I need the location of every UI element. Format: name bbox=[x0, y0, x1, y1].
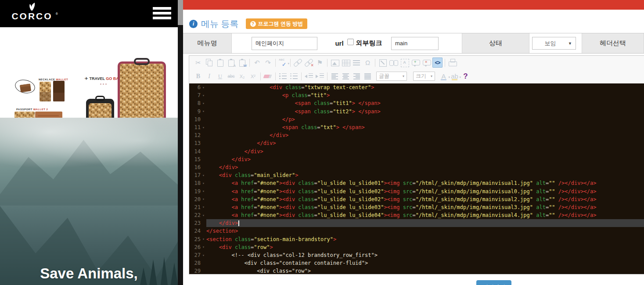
line-number: 26 bbox=[189, 244, 201, 250]
maximize-button[interactable] bbox=[378, 58, 388, 68]
fold-arrow-icon[interactable]: ▾ bbox=[201, 205, 206, 209]
find-button[interactable] bbox=[389, 58, 399, 68]
brown-wallet-image bbox=[53, 81, 65, 101]
menu-name-input[interactable] bbox=[252, 37, 317, 50]
outdent-button[interactable] bbox=[304, 71, 314, 81]
fold-arrow-icon[interactable]: ▾ bbox=[201, 237, 206, 241]
bold-button[interactable]: B bbox=[193, 71, 203, 81]
fold-arrow-icon[interactable]: ▾ bbox=[201, 213, 206, 217]
fold-arrow-icon[interactable]: ▾ bbox=[201, 94, 206, 97]
align-justify-button[interactable] bbox=[363, 71, 373, 81]
status-select[interactable]: 보임 ▼ bbox=[532, 37, 576, 50]
line-number: 27 bbox=[189, 252, 201, 258]
link-button[interactable] bbox=[293, 58, 303, 68]
align-center-button[interactable] bbox=[341, 71, 351, 81]
italic-button[interactable]: I bbox=[204, 71, 214, 81]
copy-button[interactable] bbox=[204, 58, 214, 68]
print-button[interactable] bbox=[447, 58, 457, 68]
comment-remove-button[interactable]: × bbox=[421, 58, 432, 68]
select-all-button[interactable]: A bbox=[399, 58, 410, 68]
size-dropdown-button[interactable]: 크기▾ bbox=[413, 72, 435, 81]
source-button[interactable]: <> bbox=[432, 58, 443, 68]
code-line: 19▾<a href="#none"><div class="lu_slide … bbox=[189, 187, 644, 195]
brand-name: CORCO bbox=[11, 11, 52, 21]
preview-scrollbar[interactable] bbox=[178, 0, 183, 285]
scrollbar-thumb[interactable] bbox=[178, 0, 183, 25]
fold-arrow-icon[interactable]: ▾ bbox=[201, 189, 206, 193]
code-line: 18▾<a href="#none"><div class="lu_slide … bbox=[189, 179, 644, 187]
code-line: 28<div class="container container-fluid"… bbox=[189, 259, 644, 267]
toolbar-separator bbox=[275, 72, 276, 80]
paste-text-button[interactable]: A bbox=[226, 58, 236, 68]
special-char-button[interactable]: Ω bbox=[363, 58, 373, 68]
text-cursor bbox=[238, 220, 239, 226]
spellcheck-button[interactable]: ABC▾ bbox=[278, 58, 288, 68]
save-button[interactable]: 저장하기 bbox=[476, 280, 511, 285]
remove-format-button[interactable] bbox=[263, 71, 273, 81]
strikethrough-button[interactable]: abc bbox=[226, 71, 236, 81]
line-number: 23 bbox=[189, 220, 201, 226]
toolbar-row-2: BIUabcX₂X²글꼴▾크기▾A▾ab▾? bbox=[189, 69, 644, 83]
anchor-button[interactable]: ⚑ bbox=[315, 58, 325, 68]
mist-overlay bbox=[0, 118, 178, 175]
travel-sub-decoration bbox=[100, 83, 107, 85]
program-link-help-button[interactable]: ? 프로그램 연동 방법 bbox=[246, 18, 308, 29]
url-input[interactable] bbox=[391, 37, 439, 50]
hero-section: Save Animals, Save Humanity 여러분이 지금까지 살린… bbox=[0, 118, 178, 285]
line-number: 28 bbox=[189, 260, 201, 266]
undo-button[interactable]: ↶ bbox=[252, 58, 262, 68]
unordered-list-button[interactable] bbox=[289, 71, 299, 81]
fold-arrow-icon[interactable]: ▾ bbox=[201, 197, 206, 201]
code-line: 23</div> bbox=[189, 219, 644, 227]
fold-arrow-icon[interactable]: ▾ bbox=[201, 253, 206, 257]
page-title: 메뉴 등록 bbox=[201, 18, 239, 30]
line-number: 7 bbox=[189, 92, 201, 98]
code-line: 22▾<a href="#none"><div class="lu_slide … bbox=[189, 211, 644, 219]
fold-arrow-icon[interactable]: ▾ bbox=[201, 181, 206, 185]
code-line: 27▾<!-- <div class="col-12 brandstory_ro… bbox=[189, 251, 644, 259]
fold-arrow-icon[interactable]: ▾ bbox=[201, 126, 206, 130]
line-number: 12 bbox=[189, 132, 201, 138]
line-number: 10 bbox=[189, 116, 201, 123]
ordered-list-button[interactable] bbox=[278, 71, 288, 81]
passport-wallet-label: PASSPORT WALLET 2 bbox=[16, 108, 48, 111]
text-color-button[interactable]: A▾ bbox=[439, 71, 449, 81]
image-button[interactable] bbox=[330, 58, 340, 68]
about-button[interactable]: ? bbox=[461, 71, 471, 81]
admin-topbar bbox=[183, 0, 644, 10]
underline-button[interactable]: U bbox=[215, 71, 225, 81]
redo-button[interactable]: ↷ bbox=[263, 58, 273, 68]
menu-name-label: 메뉴명 bbox=[183, 33, 232, 53]
horizontal-line-button[interactable] bbox=[352, 58, 362, 68]
fold-arrow-icon[interactable]: ▾ bbox=[201, 109, 206, 113]
toolbar-separator bbox=[445, 59, 445, 67]
line-number: 11 bbox=[189, 124, 201, 130]
bg-color-button[interactable]: ab▾ bbox=[450, 71, 460, 81]
fold-arrow-icon[interactable]: ▾ bbox=[201, 173, 206, 177]
align-right-button[interactable] bbox=[352, 71, 362, 81]
unlink-button[interactable]: × bbox=[304, 58, 314, 68]
menu-form-row: 메뉴명 url 외부링크 상태 보임 ▼ 헤더선택 bbox=[183, 33, 644, 54]
comment-add-button[interactable]: + bbox=[410, 58, 421, 68]
paste-word-button[interactable]: W bbox=[237, 58, 247, 68]
code-line: 26▾<div class="row"> bbox=[189, 243, 644, 251]
paste-button[interactable] bbox=[215, 58, 225, 68]
subscript-button[interactable]: X₂ bbox=[237, 71, 247, 81]
line-number: 24 bbox=[189, 228, 201, 234]
indent-button[interactable] bbox=[315, 71, 325, 81]
external-link-checkbox[interactable] bbox=[347, 39, 354, 45]
code-lines[interactable]: 6▾<div class="txtwrap text-center">7▾<p … bbox=[189, 83, 644, 274]
font-dropdown-button[interactable]: 글꼴▾ bbox=[376, 72, 407, 81]
table-button[interactable] bbox=[341, 58, 351, 68]
code-line: 21▾<a href="#none"><div class="lu_slide … bbox=[189, 203, 644, 211]
fold-arrow-icon[interactable]: ▾ bbox=[201, 86, 206, 90]
superscript-button[interactable]: X² bbox=[248, 71, 258, 81]
cut-button[interactable]: ✂ bbox=[193, 58, 203, 68]
fold-arrow-icon[interactable]: ▾ bbox=[201, 101, 206, 105]
product-slider[interactable]: NECKLACE WALLET PASSPORT WALLET 2 ✈TRAVE… bbox=[0, 27, 178, 118]
hamburger-menu-icon[interactable] bbox=[153, 7, 171, 20]
fold-arrow-icon[interactable]: ▾ bbox=[201, 245, 206, 249]
code-line: 11▾<span class="txt"> </span> bbox=[189, 123, 644, 131]
corco-logo[interactable]: CORCO ® bbox=[8, 2, 56, 21]
align-left-button[interactable] bbox=[330, 71, 340, 81]
